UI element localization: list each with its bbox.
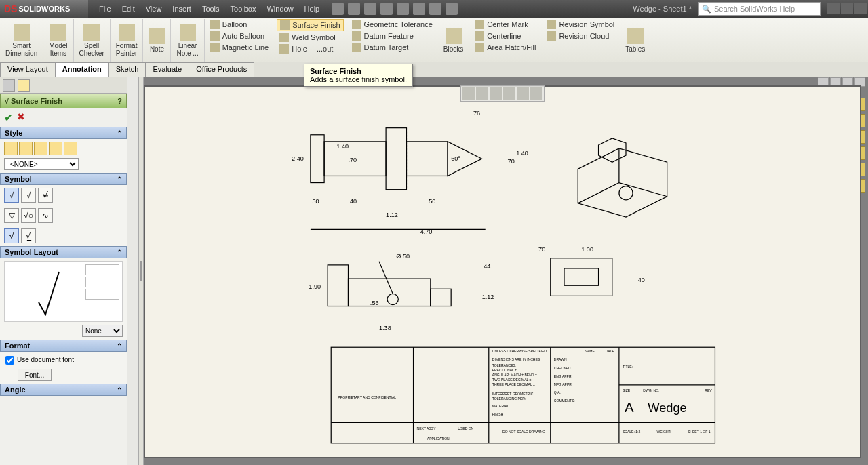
property-manager-tab[interactable]	[18, 79, 30, 92]
symbol-local[interactable]: ▽	[4, 208, 19, 223]
print-icon[interactable]	[380, 3, 393, 15]
svg-text:.40: .40	[636, 277, 645, 283]
menu-tools[interactable]: Tools	[197, 2, 225, 16]
menu-view[interactable]: View	[140, 2, 167, 16]
svg-text:.70: .70	[349, 157, 357, 163]
help-search[interactable]: 🔍 Search SolidWorks Help	[698, 2, 821, 16]
new-icon[interactable]	[332, 3, 344, 15]
weld-symbol-button[interactable]: Weld Symbol	[277, 32, 343, 43]
undo-icon[interactable]	[397, 3, 409, 15]
symbol-allaround[interactable]: √○	[21, 208, 36, 223]
use-doc-font-checkbox[interactable]: Use document font	[4, 355, 123, 366]
menu-insert[interactable]: Insert	[167, 2, 197, 16]
prev-view-icon[interactable]	[490, 87, 502, 100]
tab-evaluate[interactable]: Evaluate	[145, 62, 189, 77]
symbol-layout-section-header[interactable]: Symbol Layout⌃	[0, 246, 127, 258]
menu-window[interactable]: Window	[261, 2, 298, 16]
style-fav4-icon[interactable]	[49, 142, 62, 155]
layout-field-b[interactable]	[85, 277, 119, 287]
menu-edit[interactable]: Edit	[117, 2, 140, 16]
hole-callout-button[interactable]: Hole ...out	[277, 43, 343, 54]
svg-text:MATERIAL: MATERIAL	[492, 404, 509, 408]
dimension-icon	[14, 24, 30, 41]
style-fav3-icon[interactable]	[34, 142, 47, 155]
style-select[interactable]: <NONE>	[4, 158, 79, 170]
magnetic-line-button[interactable]: Magnetic Line	[208, 42, 272, 53]
symbol-machining-prohib[interactable]: √̶	[38, 188, 53, 203]
select-icon[interactable]	[413, 3, 425, 15]
centerline-icon	[475, 31, 484, 41]
panel-scrollbar[interactable]	[127, 77, 138, 465]
layout-field-a[interactable]	[85, 264, 119, 275]
tab-view-layout[interactable]: View Layout	[0, 62, 56, 77]
layout-field-c[interactable]	[85, 289, 119, 300]
maximize-button[interactable]	[841, 3, 853, 14]
format-painter-icon	[119, 24, 135, 41]
svg-rect-0	[311, 135, 324, 183]
help-icon[interactable]: ?	[117, 97, 122, 105]
format-section-header[interactable]: Format⌃	[0, 340, 127, 352]
zoom-fit-icon[interactable]	[462, 87, 475, 100]
graphics-area[interactable]: ✔ ✖	[144, 77, 868, 465]
cancel-button[interactable]: ✖	[17, 111, 25, 124]
note-button[interactable]: Note	[143, 19, 171, 62]
format-painter-button[interactable]: Format Painter	[111, 19, 144, 62]
font-button[interactable]: Font...	[18, 369, 52, 381]
style-section-header[interactable]: Style⌃	[0, 127, 127, 139]
title-block: UNLESS OTHERWISE SPECIFIED: DIMENSIONS A…	[331, 347, 715, 443]
symbol-machining-req[interactable]: √	[21, 188, 36, 203]
tables-button[interactable]: Tables	[620, 19, 650, 62]
save-icon[interactable]	[364, 3, 376, 15]
auto-balloon-button[interactable]: Auto Balloon	[208, 31, 272, 41]
svg-text:CHECKED: CHECKED	[554, 366, 571, 370]
panel-splitter[interactable]	[138, 77, 144, 465]
ok-button[interactable]: ✔	[4, 111, 13, 124]
display-style-icon[interactable]	[517, 87, 529, 100]
svg-text:FINISH: FINISH	[492, 412, 504, 416]
angle-section-header[interactable]: Angle⌃	[0, 384, 127, 396]
symbol-jis[interactable]: ∿	[38, 208, 53, 223]
blocks-button[interactable]: Blocks	[438, 19, 469, 62]
zoom-area-icon[interactable]	[476, 87, 488, 100]
centerline-button[interactable]: Centerline	[472, 31, 538, 41]
tab-office-products[interactable]: Office Products	[189, 62, 254, 77]
options-icon[interactable]	[446, 3, 458, 15]
spell-checker-button[interactable]: Spell Checker	[74, 19, 111, 62]
symbol-basic[interactable]: √	[4, 188, 19, 203]
smart-dimension-button[interactable]: Smart Dimension	[0, 19, 43, 62]
area-hatch-button[interactable]: Area Hatch/Fill	[472, 42, 538, 53]
svg-rect-2	[386, 128, 406, 190]
drawing-sheet[interactable]: .76 2.40 1.40 .70 60° 1.40 .70 .50 .40 .…	[144, 85, 861, 458]
tab-sketch[interactable]: Sketch	[108, 62, 146, 77]
linear-note-button[interactable]: Linear Note ...	[171, 19, 204, 62]
minimize-button[interactable]	[827, 3, 840, 14]
style-fav2-icon[interactable]	[19, 142, 33, 155]
surface-finish-button[interactable]: Surface Finish	[277, 19, 343, 31]
feature-tree-tab[interactable]	[3, 79, 15, 92]
symbol-opt2[interactable]: √̲	[21, 228, 36, 243]
open-icon[interactable]	[348, 3, 360, 15]
symbol-section-header[interactable]: Symbol⌃	[0, 173, 127, 185]
hide-show-icon[interactable]	[530, 87, 542, 100]
close-button[interactable]	[854, 3, 867, 14]
style-fav5-icon[interactable]	[64, 142, 77, 155]
datum-feature-button[interactable]: Datum Feature	[349, 31, 435, 41]
datum-target-button[interactable]: Datum Target	[349, 42, 435, 53]
section-view-icon[interactable]	[503, 87, 515, 100]
rebuild-icon[interactable]	[429, 3, 441, 15]
model-items-button[interactable]: Model Items	[43, 19, 73, 62]
svg-text:1.12: 1.12	[386, 211, 398, 218]
center-mark-button[interactable]: Center Mark	[472, 19, 538, 30]
menu-file[interactable]: File	[94, 2, 117, 16]
magnetic-line-icon	[210, 43, 220, 52]
menu-toolbox[interactable]: Toolbox	[225, 2, 262, 16]
geometric-tolerance-button[interactable]: Geometric Tolerance	[349, 19, 435, 30]
balloon-button[interactable]: Balloon	[208, 19, 272, 30]
symbol-opt1[interactable]: √	[4, 228, 19, 243]
lay-direction-select[interactable]: None	[82, 325, 123, 337]
revision-symbol-button[interactable]: Revision Symbol	[544, 19, 617, 30]
menu-help[interactable]: Help	[299, 2, 326, 16]
revision-cloud-button[interactable]: Revision Cloud	[544, 31, 617, 41]
style-fav1-icon[interactable]	[4, 142, 18, 155]
tab-annotation[interactable]: Annotation	[55, 62, 109, 77]
